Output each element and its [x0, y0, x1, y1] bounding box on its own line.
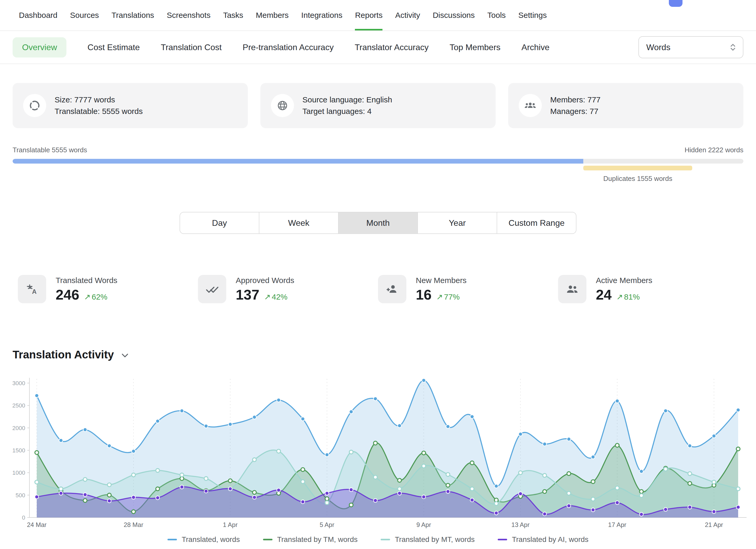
translation-activity-header: Translation Activity	[13, 348, 743, 361]
stat-label: New Members	[416, 276, 466, 285]
nav-item-tasks[interactable]: Tasks	[223, 0, 243, 30]
legend-item-translated-by-tm-words[interactable]: Translated by TM, words	[263, 535, 358, 544]
stat-value: 24	[596, 286, 612, 303]
top-nav-items: DashboardSourcesTranslationsScreenshotsT…	[19, 0, 547, 30]
up-right-arrow-icon: ↗	[84, 292, 91, 301]
range-year[interactable]: Year	[417, 212, 497, 233]
translatable-words-label: Translatable 5555 words	[13, 146, 87, 154]
nav-item-reports[interactable]: Reports	[355, 0, 382, 30]
nav-item-discussions[interactable]: Discussions	[433, 0, 475, 30]
chart-svg: 05001000150020002500300024 Mar28 Mar1 Ap…	[3, 365, 754, 531]
legend-swatch	[498, 539, 507, 540]
svg-text:24 Mar: 24 Mar	[27, 521, 47, 528]
chart-legend: Translated, wordsTranslated by TM, words…	[0, 535, 756, 544]
legend-label: Translated by MT, words	[395, 535, 475, 544]
nav-item-members[interactable]: Members	[256, 0, 289, 30]
stat-delta: ↗62%	[84, 292, 107, 301]
top-nav: DashboardSourcesTranslationsScreenshotsT…	[0, 0, 756, 31]
legend-label: Translated by AI, words	[512, 535, 589, 544]
svg-text:28 Mar: 28 Mar	[124, 521, 143, 528]
tab-cost-estimate[interactable]: Cost Estimate	[87, 43, 140, 52]
translatable-line: Translatable: 5555 words	[55, 106, 143, 117]
svg-text:3000: 3000	[12, 380, 25, 386]
languages-card: Source language: English Target language…	[260, 83, 496, 128]
svg-text:9 Apr: 9 Apr	[416, 521, 431, 528]
legend-swatch	[381, 539, 390, 540]
chevron-down-icon[interactable]	[121, 353, 129, 358]
svg-text:2000: 2000	[12, 425, 25, 431]
stat-delta: ↗77%	[436, 292, 460, 301]
legend-swatch	[167, 539, 177, 540]
nav-item-sources[interactable]: Sources	[70, 0, 99, 30]
legend-item-translated-by-mt-words[interactable]: Translated by MT, words	[381, 535, 475, 544]
tab-top-members[interactable]: Top Members	[450, 43, 501, 52]
duplicates-label: Duplicates 1555 words	[603, 175, 672, 183]
progress-circle-icon	[23, 94, 46, 117]
legend-item-translated-words[interactable]: Translated, words	[167, 535, 240, 544]
nav-item-settings[interactable]: Settings	[518, 0, 547, 30]
stat-label: Active Members	[596, 276, 652, 285]
project-size-card: Size: 7777 words Translatable: 5555 word…	[13, 83, 248, 128]
tab-translation-cost[interactable]: Translation Cost	[161, 43, 222, 52]
up-right-arrow-icon: ↗	[264, 292, 271, 301]
members-line: Members: 777	[550, 94, 601, 106]
info-cards: Size: 7777 words Translatable: 5555 word…	[13, 83, 743, 128]
stat-delta-value: 81%	[624, 292, 640, 301]
tab-archive[interactable]: Archive	[522, 43, 550, 52]
stat-approved-words: Approved Words 137 ↗42%	[198, 275, 378, 303]
stat-translated-words: A Translated Words 246 ↗62%	[18, 275, 198, 303]
members-icon	[519, 94, 542, 117]
range-day[interactable]: Day	[180, 212, 259, 233]
svg-text:1500: 1500	[12, 447, 25, 454]
svg-text:21 Apr: 21 Apr	[705, 521, 723, 528]
svg-text:13 Apr: 13 Apr	[511, 521, 529, 528]
nav-item-translations[interactable]: Translations	[112, 0, 154, 30]
duplicates-row	[13, 166, 743, 170]
legend-swatch	[263, 539, 272, 540]
legend-label: Translated, words	[182, 535, 240, 544]
project-reports-page: DashboardSourcesTranslationsScreenshotsT…	[0, 0, 756, 549]
target-languages-line: Target languages: 4	[302, 106, 392, 117]
svg-text:17 Apr: 17 Apr	[608, 521, 626, 528]
progress-bar	[13, 159, 743, 164]
legend-item-translated-by-ai-words[interactable]: Translated by AI, words	[498, 535, 589, 544]
tab-overview[interactable]: Overview	[13, 37, 66, 57]
translation-activity-chart: 05001000150020002500300024 Mar28 Mar1 Ap…	[3, 365, 756, 533]
hidden-words-label: Hidden 2222 words	[685, 146, 743, 154]
stat-delta: ↗42%	[264, 292, 287, 301]
section-title: Translation Activity	[13, 348, 114, 361]
words-progress: Translatable 5555 words Hidden 2222 word…	[13, 146, 743, 184]
tab-translator-accuracy[interactable]: Translator Accuracy	[355, 43, 429, 52]
person-add-icon	[378, 275, 406, 303]
people-icon	[558, 275, 586, 303]
range-custom-range[interactable]: Custom Range	[497, 212, 576, 233]
range-week[interactable]: Week	[259, 212, 338, 233]
size-line: Size: 7777 words	[55, 94, 143, 106]
stat-value: 16	[416, 286, 432, 303]
nav-item-screenshots[interactable]: Screenshots	[167, 0, 211, 30]
nav-item-activity[interactable]: Activity	[395, 0, 420, 30]
svg-text:1 Apr: 1 Apr	[223, 521, 238, 528]
members-card: Members: 777 Managers: 77	[508, 83, 743, 128]
unit-select[interactable]: Words	[638, 36, 743, 58]
svg-text:1000: 1000	[12, 469, 25, 476]
tab-pre-translation-accuracy[interactable]: Pre-translation Accuracy	[243, 43, 334, 52]
nav-item-integrations[interactable]: Integrations	[301, 0, 343, 30]
stat-delta: ↗81%	[616, 292, 640, 301]
up-right-arrow-icon: ↗	[436, 292, 443, 301]
legend-label: Translated by TM, words	[277, 535, 358, 544]
translate-icon: A	[18, 275, 46, 303]
svg-text:A: A	[32, 288, 36, 295]
range-month[interactable]: Month	[338, 212, 417, 233]
progress-fill	[13, 159, 583, 164]
up-right-arrow-icon: ↗	[616, 292, 623, 301]
avatar[interactable]	[669, 0, 683, 7]
nav-item-dashboard[interactable]: Dashboard	[19, 0, 57, 30]
report-tabs-bar: OverviewCost EstimateTranslation CostPre…	[0, 31, 756, 64]
svg-text:0: 0	[22, 514, 25, 521]
nav-item-tools[interactable]: Tools	[487, 0, 506, 30]
stat-active-members: Active Members 24 ↗81%	[558, 275, 738, 303]
report-tabs: OverviewCost EstimateTranslation CostPre…	[13, 37, 549, 57]
svg-text:5 Apr: 5 Apr	[320, 521, 334, 528]
stat-delta-value: 42%	[272, 292, 287, 301]
